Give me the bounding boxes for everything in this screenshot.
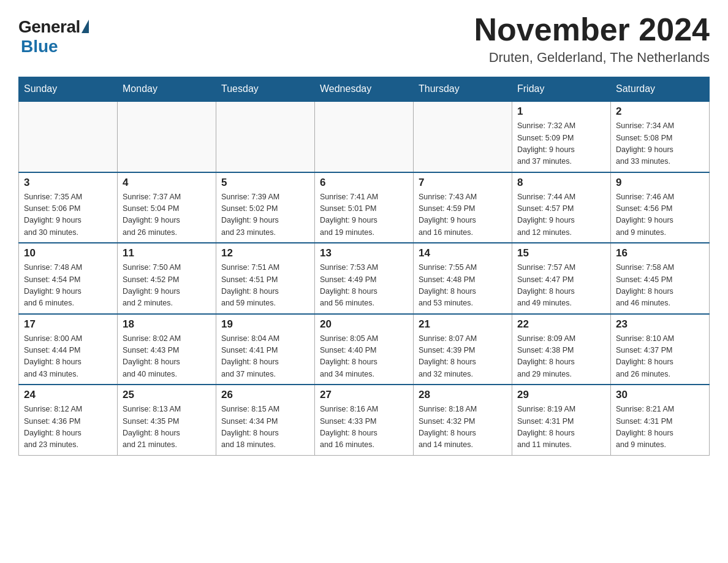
day-number: 5 xyxy=(221,177,309,189)
calendar-day-cell: 5Sunrise: 7:39 AM Sunset: 5:02 PM Daylig… xyxy=(216,172,315,243)
calendar-day-cell: 17Sunrise: 8:00 AM Sunset: 4:44 PM Dayli… xyxy=(19,314,118,385)
day-info: Sunrise: 8:02 AM Sunset: 4:43 PM Dayligh… xyxy=(123,333,211,381)
calendar-day-cell: 13Sunrise: 7:53 AM Sunset: 4:49 PM Dayli… xyxy=(315,243,414,314)
day-info: Sunrise: 7:46 AM Sunset: 4:56 PM Dayligh… xyxy=(616,191,704,239)
calendar-table: SundayMondayTuesdayWednesdayThursdayFrid… xyxy=(18,77,710,456)
day-info: Sunrise: 8:21 AM Sunset: 4:31 PM Dayligh… xyxy=(616,404,704,451)
calendar-week-row: 3Sunrise: 7:35 AM Sunset: 5:06 PM Daylig… xyxy=(19,172,710,243)
calendar-day-cell: 23Sunrise: 8:10 AM Sunset: 4:37 PM Dayli… xyxy=(611,314,710,385)
calendar-day-cell: 16Sunrise: 7:58 AM Sunset: 4:45 PM Dayli… xyxy=(611,243,710,314)
day-info: Sunrise: 7:55 AM Sunset: 4:48 PM Dayligh… xyxy=(419,262,507,310)
logo-general-text: General xyxy=(18,17,80,37)
calendar-day-cell: 1Sunrise: 7:32 AM Sunset: 5:09 PM Daylig… xyxy=(512,101,611,172)
calendar-subtitle: Druten, Gelderland, The Netherlands xyxy=(474,50,710,66)
day-info: Sunrise: 7:48 AM Sunset: 4:54 PM Dayligh… xyxy=(24,262,112,310)
day-info: Sunrise: 7:35 AM Sunset: 5:06 PM Dayligh… xyxy=(24,191,112,239)
day-info: Sunrise: 8:18 AM Sunset: 4:32 PM Dayligh… xyxy=(419,404,507,451)
day-number: 12 xyxy=(221,247,309,259)
calendar-day-cell: 29Sunrise: 8:19 AM Sunset: 4:31 PM Dayli… xyxy=(512,385,611,455)
calendar-day-cell xyxy=(414,101,512,172)
day-number: 23 xyxy=(616,318,704,331)
day-number: 19 xyxy=(221,318,309,331)
calendar-header-cell: Tuesday xyxy=(216,77,315,102)
day-number: 15 xyxy=(517,247,605,259)
calendar-day-cell: 28Sunrise: 8:18 AM Sunset: 4:32 PM Dayli… xyxy=(414,385,512,455)
day-number: 9 xyxy=(616,177,704,189)
day-number: 18 xyxy=(123,318,211,331)
calendar-day-cell: 25Sunrise: 8:13 AM Sunset: 4:35 PM Dayli… xyxy=(118,385,216,455)
calendar-day-cell xyxy=(315,101,414,172)
day-info: Sunrise: 8:16 AM Sunset: 4:33 PM Dayligh… xyxy=(320,404,408,451)
calendar-week-row: 17Sunrise: 8:00 AM Sunset: 4:44 PM Dayli… xyxy=(19,314,710,385)
day-number: 4 xyxy=(123,177,211,189)
logo-triangle-icon xyxy=(82,20,89,33)
day-info: Sunrise: 8:00 AM Sunset: 4:44 PM Dayligh… xyxy=(24,333,112,381)
calendar-day-cell: 15Sunrise: 7:57 AM Sunset: 4:47 PM Dayli… xyxy=(512,243,611,314)
calendar-day-cell: 27Sunrise: 8:16 AM Sunset: 4:33 PM Dayli… xyxy=(315,385,414,455)
day-number: 8 xyxy=(517,177,605,189)
calendar-day-cell: 24Sunrise: 8:12 AM Sunset: 4:36 PM Dayli… xyxy=(19,385,118,455)
calendar-header-cell: Saturday xyxy=(611,77,710,102)
day-number: 2 xyxy=(616,105,704,118)
calendar-day-cell: 22Sunrise: 8:09 AM Sunset: 4:38 PM Dayli… xyxy=(512,314,611,385)
calendar-day-cell: 30Sunrise: 8:21 AM Sunset: 4:31 PM Dayli… xyxy=(611,385,710,455)
calendar-day-cell: 2Sunrise: 7:34 AM Sunset: 5:08 PM Daylig… xyxy=(611,101,710,172)
day-info: Sunrise: 7:34 AM Sunset: 5:08 PM Dayligh… xyxy=(616,120,704,168)
day-number: 21 xyxy=(419,318,507,331)
day-number: 27 xyxy=(320,389,408,401)
calendar-week-row: 1Sunrise: 7:32 AM Sunset: 5:09 PM Daylig… xyxy=(19,101,710,172)
calendar-day-cell xyxy=(19,101,118,172)
calendar-week-row: 10Sunrise: 7:48 AM Sunset: 4:54 PM Dayli… xyxy=(19,243,710,314)
day-info: Sunrise: 8:15 AM Sunset: 4:34 PM Dayligh… xyxy=(221,404,309,451)
day-info: Sunrise: 8:05 AM Sunset: 4:40 PM Dayligh… xyxy=(320,333,408,381)
day-number: 20 xyxy=(320,318,408,331)
day-info: Sunrise: 8:09 AM Sunset: 4:38 PM Dayligh… xyxy=(517,333,605,381)
day-number: 16 xyxy=(616,247,704,259)
calendar-day-cell: 9Sunrise: 7:46 AM Sunset: 4:56 PM Daylig… xyxy=(611,172,710,243)
calendar-header-cell: Friday xyxy=(512,77,611,102)
title-area: November 2024 Druten, Gelderland, The Ne… xyxy=(474,12,710,66)
day-info: Sunrise: 7:50 AM Sunset: 4:52 PM Dayligh… xyxy=(123,262,211,310)
day-info: Sunrise: 7:43 AM Sunset: 4:59 PM Dayligh… xyxy=(419,191,507,239)
calendar-day-cell xyxy=(216,101,315,172)
day-number: 3 xyxy=(24,177,112,189)
calendar-header-cell: Monday xyxy=(118,77,216,102)
calendar-day-cell: 3Sunrise: 7:35 AM Sunset: 5:06 PM Daylig… xyxy=(19,172,118,243)
day-number: 28 xyxy=(419,389,507,401)
calendar-day-cell: 6Sunrise: 7:41 AM Sunset: 5:01 PM Daylig… xyxy=(315,172,414,243)
day-number: 24 xyxy=(24,389,112,401)
day-number: 6 xyxy=(320,177,408,189)
calendar-day-cell: 8Sunrise: 7:44 AM Sunset: 4:57 PM Daylig… xyxy=(512,172,611,243)
calendar-day-cell xyxy=(118,101,216,172)
calendar-day-cell: 7Sunrise: 7:43 AM Sunset: 4:59 PM Daylig… xyxy=(414,172,512,243)
day-info: Sunrise: 7:58 AM Sunset: 4:45 PM Dayligh… xyxy=(616,262,704,310)
calendar-day-cell: 11Sunrise: 7:50 AM Sunset: 4:52 PM Dayli… xyxy=(118,243,216,314)
calendar-header-cell: Sunday xyxy=(19,77,118,102)
day-info: Sunrise: 8:12 AM Sunset: 4:36 PM Dayligh… xyxy=(24,404,112,451)
day-info: Sunrise: 7:41 AM Sunset: 5:01 PM Dayligh… xyxy=(320,191,408,239)
calendar-day-cell: 4Sunrise: 7:37 AM Sunset: 5:04 PM Daylig… xyxy=(118,172,216,243)
day-info: Sunrise: 7:32 AM Sunset: 5:09 PM Dayligh… xyxy=(517,120,605,168)
logo: General Blue xyxy=(18,12,89,56)
calendar-header-row: SundayMondayTuesdayWednesdayThursdayFrid… xyxy=(19,77,710,102)
day-number: 17 xyxy=(24,318,112,331)
day-number: 1 xyxy=(517,105,605,118)
calendar-header-cell: Thursday xyxy=(414,77,512,102)
day-number: 26 xyxy=(221,389,309,401)
calendar-day-cell: 21Sunrise: 8:07 AM Sunset: 4:39 PM Dayli… xyxy=(414,314,512,385)
day-number: 30 xyxy=(616,389,704,401)
day-number: 29 xyxy=(517,389,605,401)
day-info: Sunrise: 8:07 AM Sunset: 4:39 PM Dayligh… xyxy=(419,333,507,381)
day-info: Sunrise: 8:10 AM Sunset: 4:37 PM Dayligh… xyxy=(616,333,704,381)
logo-blue-text: Blue xyxy=(21,37,58,56)
page-header: General Blue November 2024 Druten, Gelde… xyxy=(18,12,710,66)
calendar-day-cell: 20Sunrise: 8:05 AM Sunset: 4:40 PM Dayli… xyxy=(315,314,414,385)
day-number: 25 xyxy=(123,389,211,401)
day-info: Sunrise: 8:13 AM Sunset: 4:35 PM Dayligh… xyxy=(123,404,211,451)
day-info: Sunrise: 7:39 AM Sunset: 5:02 PM Dayligh… xyxy=(221,191,309,239)
calendar-day-cell: 18Sunrise: 8:02 AM Sunset: 4:43 PM Dayli… xyxy=(118,314,216,385)
calendar-day-cell: 14Sunrise: 7:55 AM Sunset: 4:48 PM Dayli… xyxy=(414,243,512,314)
calendar-title: November 2024 xyxy=(474,12,710,47)
day-info: Sunrise: 7:57 AM Sunset: 4:47 PM Dayligh… xyxy=(517,262,605,310)
day-number: 7 xyxy=(419,177,507,189)
